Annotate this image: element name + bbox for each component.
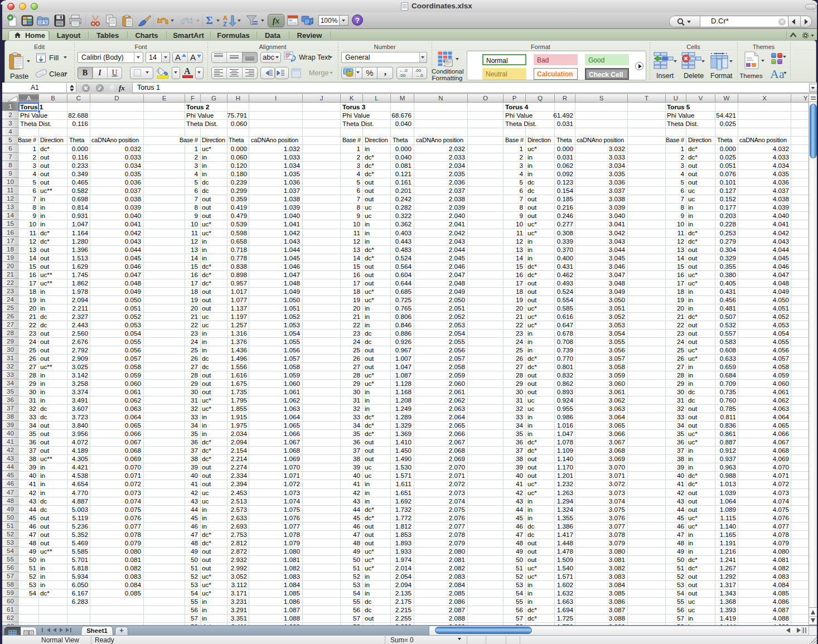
svg-text:Z: Z (223, 21, 227, 27)
